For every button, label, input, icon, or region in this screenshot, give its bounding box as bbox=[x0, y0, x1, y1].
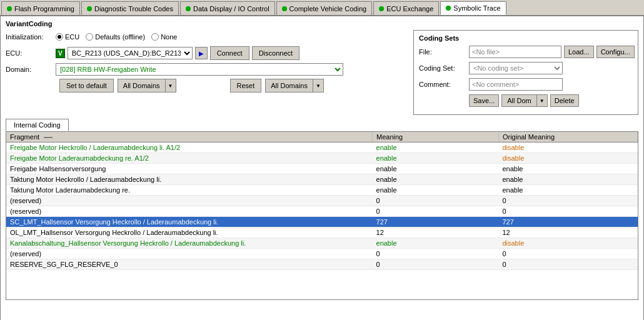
tab-complete-vehicle-coding[interactable]: Complete Vehicle Coding bbox=[276, 1, 373, 15]
all-dom-button[interactable]: All Dom bbox=[501, 94, 536, 107]
reset-button[interactable]: Reset bbox=[230, 79, 262, 92]
radio-none-circle bbox=[151, 33, 159, 41]
cs-coding-set-label: Coding Set: bbox=[419, 64, 469, 72]
table-header-row: Fragment Meaning Original Meaning bbox=[6, 132, 638, 142]
tab-diagnostic-trouble-codes[interactable]: Diagnostic Trouble Codes bbox=[81, 1, 179, 15]
all-domains-2-split: All Domains ▼ bbox=[265, 79, 324, 92]
table-row[interactable]: Freigabe Hallsensorversorgungenableenabl… bbox=[6, 164, 638, 174]
all-domains-2-arrow[interactable]: ▼ bbox=[313, 79, 324, 92]
cell-fragment-0: Freigabe Motor Heckrollo / Laderaumabdec… bbox=[6, 142, 373, 153]
col-header-fragment: Fragment bbox=[6, 132, 373, 142]
cell-fragment-6: (reserved) bbox=[6, 206, 373, 217]
connect-button[interactable]: Connect bbox=[210, 46, 249, 60]
tab-data-display---io-control[interactable]: Data Display / IO Control bbox=[180, 1, 275, 15]
cs-file-input[interactable] bbox=[469, 46, 561, 58]
coding-sets-panel: Coding Sets File: Load... Configu... Cod… bbox=[413, 30, 638, 115]
all-dom-arrow[interactable]: ▼ bbox=[536, 94, 548, 107]
table-row[interactable]: Taktung Motor Laderaumabdeckung re.enabl… bbox=[6, 185, 638, 196]
section-title: VariantCoding bbox=[6, 20, 638, 28]
table-row[interactable]: Kanalabschaltung_Hallsensor Versorgung H… bbox=[6, 238, 638, 249]
header-dash bbox=[44, 137, 53, 138]
cs-file-row: File: Load... Configu... bbox=[419, 46, 633, 58]
cs-comment-input[interactable] bbox=[469, 78, 563, 91]
initialization-label: Initialization: bbox=[6, 33, 56, 41]
cell-meaning-2: enable bbox=[373, 164, 499, 174]
table-row[interactable]: OL_LMT_Hallsensor Versorgung Heckrollo /… bbox=[6, 228, 638, 238]
cell-fragment-2: Freigabe Hallsensorversorgung bbox=[6, 164, 373, 174]
cell-original-9: disable bbox=[498, 238, 637, 249]
col-header-original: Original Meaning bbox=[498, 132, 637, 142]
table-body: Freigabe Motor Heckrollo / Laderaumabdec… bbox=[6, 142, 638, 270]
initialization-row: Initialization: ECU Defaults (offline) N… bbox=[6, 30, 403, 44]
radio-defaults-circle bbox=[86, 33, 93, 41]
table-row[interactable]: Freigabe Motor Heckrollo / Laderaumabdec… bbox=[6, 142, 638, 153]
tab-symbolic-trace[interactable]: Symbolic Trace bbox=[440, 1, 506, 15]
tab-dot-0 bbox=[7, 6, 12, 11]
table-row[interactable]: Taktung Motor Heckrollo / Laderaumabdeck… bbox=[6, 174, 638, 185]
cell-fragment-3: Taktung Motor Heckrollo / Laderaumabdeck… bbox=[6, 174, 373, 185]
ecu-box: V BC_R213 (UDS_CAN_D):BC_R213_E120_ ▶ Co… bbox=[56, 46, 299, 60]
radio-ecu[interactable]: ECU bbox=[56, 33, 79, 41]
cell-meaning-4: enable bbox=[373, 185, 499, 196]
delete-button[interactable]: Delete bbox=[550, 94, 579, 107]
form-area: Initialization: ECU Defaults (offline) N… bbox=[6, 30, 638, 115]
table-row[interactable]: Freigabe Motor Laderaumabdeckung re. A1/… bbox=[6, 153, 638, 164]
cell-fragment-7: SC_LMT_Hallsensor Versorgung Heckrollo /… bbox=[6, 217, 373, 228]
tab-internal-coding[interactable]: Internal Coding bbox=[6, 119, 69, 131]
form-left: Initialization: ECU Defaults (offline) N… bbox=[6, 30, 403, 115]
col-header-meaning: Meaning bbox=[373, 132, 499, 142]
cell-fragment-10: (reserved) bbox=[6, 249, 373, 259]
load-button[interactable]: Load... bbox=[564, 46, 594, 58]
cell-meaning-1: enable bbox=[373, 153, 499, 164]
cs-coding-set-select[interactable]: <No coding set> bbox=[469, 62, 563, 74]
tab-dot-5 bbox=[446, 6, 451, 11]
cell-meaning-10: 0 bbox=[373, 249, 499, 259]
cell-fragment-8: OL_LMT_Hallsensor Versorgung Heckrollo /… bbox=[6, 228, 373, 238]
tab-label-4: ECU Exchange bbox=[386, 5, 433, 12]
ecu-label: ECU: bbox=[6, 49, 56, 57]
radio-none[interactable]: None bbox=[151, 33, 177, 41]
tab-ecu-exchange[interactable]: ECU Exchange bbox=[373, 1, 439, 15]
ecu-row: ECU: V BC_R213 (UDS_CAN_D):BC_R213_E120_… bbox=[6, 46, 403, 60]
tab-bar: Flash ProgrammingDiagnostic Trouble Code… bbox=[0, 0, 644, 16]
cell-original-10: 0 bbox=[498, 249, 637, 259]
cs-comment-row: Comment: bbox=[419, 78, 633, 91]
tab-dot-2 bbox=[186, 6, 191, 11]
all-domains-1-split: All Domains ▼ bbox=[118, 79, 176, 92]
action-row: Set to default All Domains ▼ Reset All D… bbox=[6, 79, 403, 92]
cell-original-7: 727 bbox=[498, 217, 637, 228]
cell-meaning-9: enable bbox=[373, 238, 499, 249]
coding-sets-title: Coding Sets bbox=[419, 34, 633, 42]
cell-original-1: disable bbox=[498, 153, 637, 164]
main-content: VariantCoding Initialization: ECU Defaul… bbox=[0, 16, 644, 320]
tab-dot-3 bbox=[282, 6, 287, 11]
domain-label: Domain: bbox=[6, 66, 56, 73]
cs-file-label: File: bbox=[419, 48, 469, 56]
disconnect-button[interactable]: Disconnect bbox=[252, 46, 299, 60]
set-to-default-button[interactable]: Set to default bbox=[59, 79, 114, 92]
inner-tabs: Internal Coding bbox=[6, 119, 638, 131]
expand-button[interactable]: ▶ bbox=[195, 47, 208, 59]
table-row[interactable]: (reserved)00 bbox=[6, 196, 638, 206]
all-dom-split: All Dom ▼ bbox=[501, 94, 548, 107]
configure-button[interactable]: Configu... bbox=[596, 46, 635, 58]
tab-dot-4 bbox=[379, 6, 384, 11]
tab-flash-programming[interactable]: Flash Programming bbox=[1, 1, 80, 15]
cell-original-0: disable bbox=[498, 142, 637, 153]
table-row[interactable]: RESERVE_SG_FLG_RESERVE_000 bbox=[6, 259, 638, 270]
cell-fragment-1: Freigabe Motor Laderaumabdeckung re. A1/… bbox=[6, 153, 373, 164]
save-button[interactable]: Save... bbox=[469, 94, 499, 107]
all-domains-2-button[interactable]: All Domains bbox=[265, 79, 313, 92]
ecu-select[interactable]: BC_R213 (UDS_CAN_D):BC_R213_E120_ bbox=[68, 47, 193, 59]
domain-select[interactable]: [028] RRB HW-Freigaben Write bbox=[56, 63, 343, 76]
table-row[interactable]: SC_LMT_Hallsensor Versorgung Heckrollo /… bbox=[6, 217, 638, 228]
tab-dot-1 bbox=[87, 6, 92, 11]
tab-label-5: Symbolic Trace bbox=[453, 4, 500, 12]
all-domains-1-arrow[interactable]: ▼ bbox=[165, 79, 176, 92]
radio-defaults[interactable]: Defaults (offline) bbox=[86, 33, 145, 41]
all-domains-1-button[interactable]: All Domains bbox=[118, 79, 165, 92]
coding-table-container[interactable]: Fragment Meaning Original Meaning Freiga… bbox=[6, 131, 638, 300]
table-row[interactable]: (reserved)00 bbox=[6, 206, 638, 217]
cell-meaning-8: 12 bbox=[373, 228, 499, 238]
table-row[interactable]: (reserved)00 bbox=[6, 249, 638, 259]
